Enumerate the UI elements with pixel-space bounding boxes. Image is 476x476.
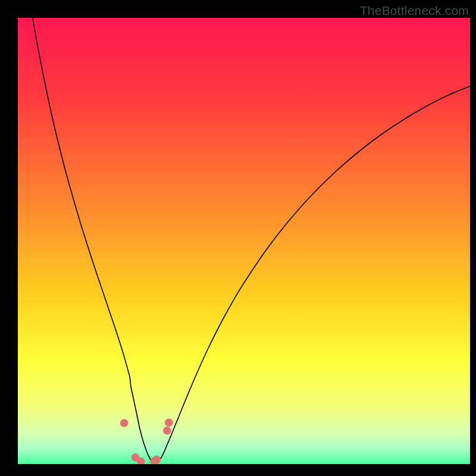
curve-marker <box>120 419 129 427</box>
watermark-label: TheBottleneck.com <box>360 4 469 18</box>
curve-markers <box>120 419 173 465</box>
curve-layer <box>18 18 470 464</box>
chart-frame: TheBottleneck.com <box>0 0 476 476</box>
curve-marker <box>163 427 171 435</box>
curve-marker <box>165 419 173 427</box>
bottleneck-curve <box>33 18 470 462</box>
curve-marker <box>152 456 161 464</box>
plot-region <box>18 18 470 464</box>
